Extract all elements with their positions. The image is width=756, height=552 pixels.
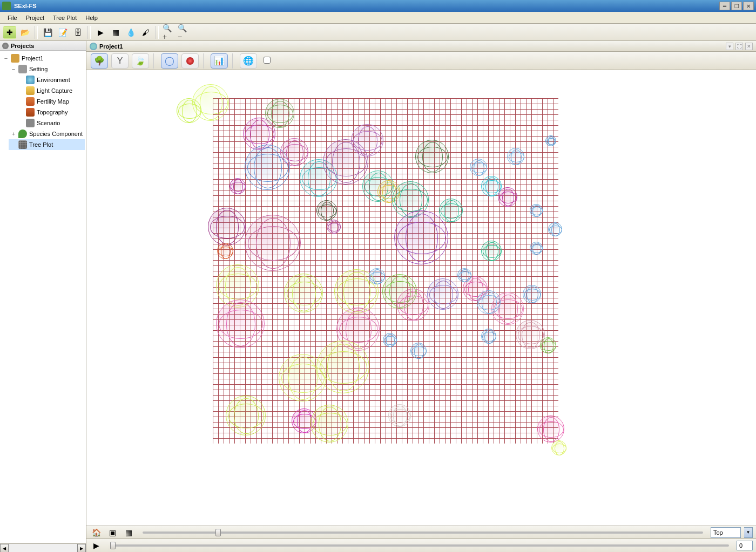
menu-bar: File Project Tree Plot Help <box>0 12 756 24</box>
app-icon <box>2 2 11 10</box>
toolbar-separator <box>156 26 159 39</box>
scenario-icon <box>26 119 35 127</box>
globe-icon <box>26 76 35 84</box>
play-button[interactable]: ▶ <box>90 539 103 552</box>
content-area: Projects − Project1 − Setting Environmen… <box>0 41 756 552</box>
run-button[interactable]: ▶ <box>94 26 107 39</box>
water-button[interactable]: 💧 <box>124 26 137 39</box>
globe-button[interactable]: 🌐 <box>240 53 257 69</box>
toolbar-separator <box>203 53 206 69</box>
tree-label: Project1 <box>22 55 43 62</box>
zoom-slider[interactable] <box>143 531 703 534</box>
save-all-button[interactable]: 🗄 <box>71 26 84 39</box>
scroll-right-button[interactable]: ▶ <box>77 544 86 552</box>
collapse-icon[interactable]: − <box>3 55 9 62</box>
tree-node-treeplot[interactable]: Tree Plot <box>9 139 85 150</box>
frame-value: 0 <box>739 542 742 549</box>
tree-label: Scenario <box>37 120 60 126</box>
circle-tool-button[interactable]: ◯ <box>161 53 178 69</box>
grid-run-button[interactable]: ▦ <box>109 26 122 39</box>
projects-panel: Projects − Project1 − Setting Environmen… <box>0 41 86 552</box>
project-icon <box>11 54 19 63</box>
chart-button[interactable]: 📊 <box>211 53 228 69</box>
zoom-out-button[interactable]: 🔍− <box>177 26 190 39</box>
collapse-icon[interactable]: − <box>11 66 16 72</box>
combo-value: Top <box>713 529 723 536</box>
trunk-view-button[interactable]: Y <box>111 53 129 69</box>
home-view-button[interactable]: 🏠 <box>90 526 103 539</box>
toggle-checkbox[interactable] <box>264 57 271 64</box>
save-button[interactable]: 💾 <box>41 26 54 39</box>
new-project-button[interactable]: ✚ <box>3 26 16 39</box>
timeline-slider[interactable] <box>110 544 729 547</box>
document-title: Project1 <box>99 43 123 50</box>
window-titlebar: SExI-FS ━ ❐ ✕ <box>0 0 756 12</box>
tree-label: Topography <box>37 109 68 115</box>
scroll-track[interactable] <box>9 544 77 552</box>
3d-viewport[interactable] <box>86 70 756 526</box>
document-tab[interactable]: Project1 <box>90 43 123 50</box>
toolbar-separator <box>232 53 235 69</box>
expand-icon[interactable]: + <box>11 131 16 137</box>
project-tree[interactable]: − Project1 − Setting Environment Light C… <box>0 51 86 543</box>
tree-node-topography[interactable]: Topography <box>16 107 85 118</box>
restore-button[interactable]: ❐ <box>731 2 742 10</box>
timeline-bar: ▶ 0 <box>86 539 756 552</box>
leaf-view-button[interactable]: 🍃 <box>132 53 149 69</box>
tree-label: Light Capture <box>37 87 72 94</box>
document-tab-bar: Project1 ▾ ⛶ ✕ <box>86 41 756 52</box>
tree-node-environment[interactable]: Environment <box>16 74 85 85</box>
minimize-button[interactable]: ━ <box>719 2 730 10</box>
ground-grid <box>213 98 558 444</box>
tree-view-button[interactable]: 🌳 <box>91 53 108 69</box>
panel-header: Projects <box>0 41 86 51</box>
close-doc-button[interactable]: ✕ <box>745 43 753 50</box>
close-button[interactable]: ✕ <box>743 2 754 10</box>
tree-crown <box>177 98 201 123</box>
light-icon <box>26 86 35 95</box>
toolbar-separator <box>87 26 91 39</box>
slider-thumb[interactable] <box>110 542 116 549</box>
light-paint-button[interactable]: 🖌 <box>139 26 152 39</box>
menu-file[interactable]: File <box>3 13 22 22</box>
open-project-button[interactable]: 📂 <box>18 26 31 39</box>
view-orientation-combo[interactable]: Top <box>711 527 741 538</box>
maximize-doc-button[interactable]: ⛶ <box>735 43 743 50</box>
scroll-left-button[interactable]: ◀ <box>0 544 9 552</box>
tree-node-lightcapture[interactable]: Light Capture <box>16 85 85 96</box>
zoom-in-button[interactable]: 🔍+ <box>162 26 175 39</box>
view-toolbar: 🌳 Y 🍃 ◯ 📊 🌐 <box>86 52 756 70</box>
window-title: SExI-FS <box>14 3 719 9</box>
dropdown-arrow-icon[interactable]: ▼ <box>744 527 753 538</box>
toolbar-separator <box>153 53 157 69</box>
main-toolbar: ✚ 📂 💾 📝 🗄 ▶ ▦ 💧 🖌 🔍+ 🔍− <box>0 24 756 41</box>
leaf-icon <box>18 130 27 138</box>
panel-title: Projects <box>11 43 34 49</box>
tree-node-project[interactable]: − Project1 <box>1 53 85 64</box>
minimize-doc-button[interactable]: ▾ <box>726 43 733 50</box>
menu-treeplot[interactable]: Tree Plot <box>49 13 81 22</box>
frame-number-field[interactable]: 0 <box>737 541 753 550</box>
slider-thumb[interactable] <box>215 529 221 536</box>
fit-view-button[interactable]: ▣ <box>106 526 119 539</box>
menu-help[interactable]: Help <box>81 13 102 22</box>
document-area: Project1 ▾ ⛶ ✕ 🌳 Y 🍃 ◯ 📊 🌐 🏠 ▣ ▦ <box>86 41 756 552</box>
horizontal-scrollbar[interactable]: ◀ ▶ <box>0 543 86 552</box>
map-icon <box>26 97 35 106</box>
sphere-tool-button[interactable] <box>181 53 199 69</box>
menu-project[interactable]: Project <box>22 13 49 22</box>
tree-node-species[interactable]: + Species Component <box>9 128 85 139</box>
wrench-icon <box>18 65 27 73</box>
toolbar-separator <box>35 26 38 39</box>
tree-label: Environment <box>37 77 70 83</box>
tree-node-setting[interactable]: − Setting <box>9 64 85 74</box>
grid-icon <box>18 140 27 149</box>
terrain-icon <box>26 108 35 117</box>
water-drop-icon <box>90 43 97 50</box>
layers-button[interactable]: ▦ <box>122 526 135 539</box>
tree-node-fertilitymap[interactable]: Fertility Map <box>16 96 85 107</box>
save-edit-button[interactable]: 📝 <box>56 26 69 39</box>
view-control-bar: 🏠 ▣ ▦ Top ▼ <box>86 526 756 539</box>
red-sphere-icon <box>186 57 194 65</box>
tree-node-scenario[interactable]: Scenario <box>16 118 85 128</box>
